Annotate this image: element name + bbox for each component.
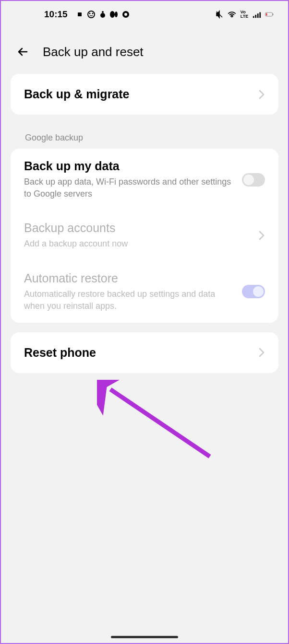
backup-my-data-subtitle: Back up app data, Wi-Fi passwords and ot… xyxy=(24,176,235,200)
volte-icon: VoLTE xyxy=(240,10,249,19)
mute-icon xyxy=(215,10,224,19)
svg-point-9 xyxy=(124,13,127,16)
automatic-restore-title: Automatic restore xyxy=(24,271,235,285)
reset-phone-title: Reset phone xyxy=(24,346,251,360)
automatic-restore-subtitle: Automatically restore backed up settings… xyxy=(24,288,235,312)
reddit-icon xyxy=(98,10,107,19)
page-header: Back up and reset xyxy=(1,27,288,74)
status-right: VoLTE xyxy=(215,10,274,19)
wifi-icon xyxy=(228,10,236,19)
automatic-restore-toggle xyxy=(242,285,265,298)
item-text: Automatic restore Automatically restore … xyxy=(24,271,242,312)
svg-point-4 xyxy=(100,13,105,18)
app-icon-1 xyxy=(75,10,84,19)
svg-rect-15 xyxy=(273,13,273,15)
svg-rect-11 xyxy=(255,14,256,17)
circle-icon xyxy=(121,10,130,19)
svg-point-1 xyxy=(88,11,95,18)
item-text: Back up & migrate xyxy=(24,87,258,101)
medium-icon xyxy=(110,10,119,19)
svg-rect-0 xyxy=(78,12,82,16)
backup-migrate-card: Back up & migrate xyxy=(11,74,278,115)
status-icons-left xyxy=(75,10,130,19)
reset-phone-item[interactable]: Reset phone xyxy=(11,332,278,373)
home-indicator[interactable] xyxy=(111,636,178,638)
signal-icon xyxy=(253,10,261,19)
status-time: 10:15 xyxy=(44,9,68,20)
backup-migrate-item[interactable]: Back up & migrate xyxy=(11,74,278,115)
arrow-left-icon xyxy=(16,45,30,59)
backup-accounts-title: Backup accounts xyxy=(24,221,251,235)
backup-my-data-item[interactable]: Back up my data Back up app data, Wi-Fi … xyxy=(11,149,278,211)
item-text: Back up my data Back up app data, Wi-Fi … xyxy=(24,159,242,200)
annotation-arrow xyxy=(97,380,222,466)
svg-point-2 xyxy=(89,12,90,14)
backup-accounts-item[interactable]: Backup accounts Add a backup account now xyxy=(11,211,278,260)
svg-line-17 xyxy=(110,389,210,457)
battery-low-icon xyxy=(265,10,274,19)
svg-rect-13 xyxy=(259,12,261,18)
chevron-right-icon xyxy=(258,230,265,241)
svg-rect-10 xyxy=(253,16,254,18)
backup-my-data-toggle[interactable] xyxy=(242,173,265,187)
app-icon-2 xyxy=(87,10,96,19)
chevron-right-icon xyxy=(258,89,265,100)
status-bar: 10:15 VoLTE xyxy=(1,1,288,27)
item-text: Reset phone xyxy=(24,346,258,360)
back-button[interactable] xyxy=(15,44,31,59)
automatic-restore-item: Automatic restore Automatically restore … xyxy=(11,261,278,323)
item-text: Backup accounts Add a backup account now xyxy=(24,221,258,250)
chevron-right-icon xyxy=(258,347,265,358)
svg-rect-16 xyxy=(266,13,267,15)
svg-point-3 xyxy=(92,12,93,14)
google-backup-card: Back up my data Back up app data, Wi-Fi … xyxy=(11,149,278,323)
svg-point-5 xyxy=(102,11,104,13)
backup-my-data-title: Back up my data xyxy=(24,159,235,173)
content-area: Back up & migrate Google backup Back up … xyxy=(1,74,288,373)
svg-rect-12 xyxy=(257,13,259,18)
page-title: Back up and reset xyxy=(43,45,144,59)
backup-accounts-subtitle: Add a backup account now xyxy=(24,238,251,250)
google-backup-section-label: Google backup xyxy=(11,124,278,149)
svg-point-6 xyxy=(110,11,115,18)
reset-phone-card: Reset phone xyxy=(11,332,278,373)
backup-migrate-title: Back up & migrate xyxy=(24,87,251,101)
status-left: 10:15 xyxy=(44,9,130,20)
svg-point-7 xyxy=(115,12,118,17)
